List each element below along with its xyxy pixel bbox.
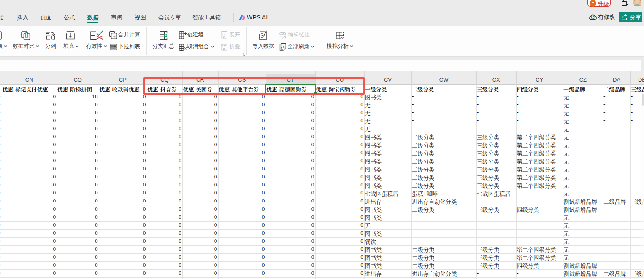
svg-text:?: ? [341, 36, 344, 40]
